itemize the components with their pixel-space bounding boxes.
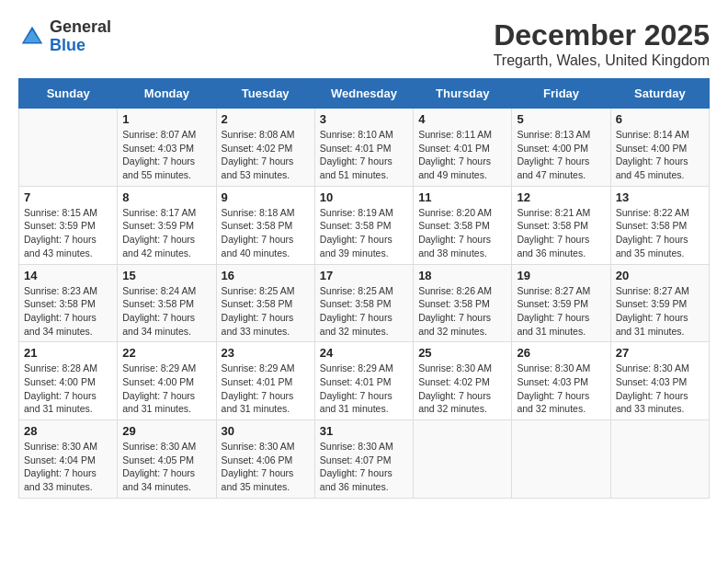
- day-number: 24: [320, 346, 408, 360]
- day-number: 28: [24, 424, 112, 438]
- day-number: 9: [222, 190, 310, 204]
- day-number: 26: [517, 346, 605, 360]
- day-info: Sunrise: 8:29 AM Sunset: 4:01 PM Dayligh…: [222, 362, 310, 416]
- calendar-cell: 21Sunrise: 8:28 AM Sunset: 4:00 PM Dayli…: [19, 342, 118, 420]
- day-info: Sunrise: 8:29 AM Sunset: 4:00 PM Dayligh…: [122, 362, 210, 416]
- day-info: Sunrise: 8:30 AM Sunset: 4:06 PM Dayligh…: [222, 440, 310, 494]
- day-info: Sunrise: 8:15 AM Sunset: 3:59 PM Dayligh…: [24, 206, 112, 260]
- day-info: Sunrise: 8:10 AM Sunset: 4:01 PM Dayligh…: [320, 128, 408, 182]
- day-info: Sunrise: 8:24 AM Sunset: 3:58 PM Dayligh…: [122, 284, 210, 339]
- day-info: Sunrise: 8:29 AM Sunset: 4:01 PM Dayligh…: [320, 362, 408, 416]
- calendar-cell: 9Sunrise: 8:18 AM Sunset: 3:58 PM Daylig…: [216, 186, 314, 264]
- day-number: 10: [320, 190, 408, 204]
- day-info: Sunrise: 8:25 AM Sunset: 3:58 PM Dayligh…: [222, 284, 310, 339]
- day-info: Sunrise: 8:17 AM Sunset: 3:59 PM Dayligh…: [122, 206, 210, 260]
- calendar-cell: 7Sunrise: 8:15 AM Sunset: 3:59 PM Daylig…: [19, 186, 118, 264]
- day-info: Sunrise: 8:08 AM Sunset: 4:02 PM Dayligh…: [222, 128, 310, 182]
- day-number: 25: [418, 346, 506, 360]
- day-info: Sunrise: 8:28 AM Sunset: 4:00 PM Dayligh…: [24, 362, 112, 416]
- calendar-cell: 17Sunrise: 8:25 AM Sunset: 3:58 PM Dayli…: [314, 264, 413, 342]
- day-number: 19: [517, 269, 605, 282]
- day-number: 6: [616, 112, 704, 126]
- day-info: Sunrise: 8:11 AM Sunset: 4:01 PM Dayligh…: [418, 128, 506, 182]
- calendar-cell: [610, 420, 709, 499]
- calendar-cell: 13Sunrise: 8:22 AM Sunset: 3:58 PM Dayli…: [610, 186, 709, 264]
- day-number: 18: [418, 269, 506, 282]
- calendar-cell: 11Sunrise: 8:20 AM Sunset: 3:58 PM Dayli…: [414, 186, 512, 264]
- day-info: Sunrise: 8:22 AM Sunset: 3:58 PM Dayligh…: [616, 206, 704, 260]
- calendar-cell: 30Sunrise: 8:30 AM Sunset: 4:06 PM Dayli…: [216, 420, 314, 499]
- logo-general-text: General: [50, 18, 111, 37]
- day-number: 7: [24, 190, 112, 204]
- day-info: Sunrise: 8:18 AM Sunset: 3:58 PM Dayligh…: [222, 206, 310, 260]
- day-info: Sunrise: 8:30 AM Sunset: 4:05 PM Dayligh…: [122, 440, 210, 494]
- calendar-cell: 26Sunrise: 8:30 AM Sunset: 4:03 PM Dayli…: [512, 342, 610, 420]
- day-number: 17: [320, 269, 408, 282]
- day-number: 21: [24, 346, 112, 360]
- calendar-cell: 28Sunrise: 8:30 AM Sunset: 4:04 PM Dayli…: [19, 420, 118, 499]
- day-info: Sunrise: 8:30 AM Sunset: 4:07 PM Dayligh…: [320, 440, 408, 494]
- day-info: Sunrise: 8:19 AM Sunset: 3:58 PM Dayligh…: [320, 206, 408, 260]
- calendar-cell: 20Sunrise: 8:27 AM Sunset: 3:59 PM Dayli…: [610, 264, 709, 342]
- day-number: 30: [222, 424, 310, 438]
- calendar-cell: 31Sunrise: 8:30 AM Sunset: 4:07 PM Dayli…: [314, 420, 413, 499]
- day-number: 27: [616, 346, 704, 360]
- page-subtitle: Tregarth, Wales, United Kingdom: [494, 52, 710, 69]
- calendar-cell: [414, 420, 512, 499]
- header-monday: Monday: [118, 79, 216, 109]
- logo-icon: [18, 23, 46, 51]
- day-info: Sunrise: 8:23 AM Sunset: 3:58 PM Dayligh…: [24, 284, 112, 339]
- day-number: 2: [222, 112, 310, 126]
- logo-blue-text: Blue: [50, 37, 111, 55]
- calendar-cell: 15Sunrise: 8:24 AM Sunset: 3:58 PM Dayli…: [118, 264, 216, 342]
- calendar-cell: [19, 109, 118, 187]
- calendar-cell: [512, 420, 610, 499]
- day-number: 13: [616, 190, 704, 204]
- day-info: Sunrise: 8:26 AM Sunset: 3:58 PM Dayligh…: [418, 284, 506, 339]
- calendar-cell: 24Sunrise: 8:29 AM Sunset: 4:01 PM Dayli…: [314, 342, 413, 420]
- calendar-week-row: 1Sunrise: 8:07 AM Sunset: 4:03 PM Daylig…: [19, 109, 710, 187]
- calendar-cell: 27Sunrise: 8:30 AM Sunset: 4:03 PM Dayli…: [610, 342, 709, 420]
- calendar-cell: 6Sunrise: 8:14 AM Sunset: 4:00 PM Daylig…: [610, 109, 709, 187]
- calendar-cell: 19Sunrise: 8:27 AM Sunset: 3:59 PM Dayli…: [512, 264, 610, 342]
- day-number: 11: [418, 190, 506, 204]
- header-thursday: Thursday: [414, 79, 512, 109]
- day-number: 15: [122, 269, 210, 282]
- day-number: 31: [320, 424, 408, 438]
- calendar-cell: 12Sunrise: 8:21 AM Sunset: 3:58 PM Dayli…: [512, 186, 610, 264]
- day-info: Sunrise: 8:27 AM Sunset: 3:59 PM Dayligh…: [616, 284, 704, 339]
- calendar-cell: 29Sunrise: 8:30 AM Sunset: 4:05 PM Dayli…: [118, 420, 216, 499]
- day-number: 3: [320, 112, 408, 126]
- calendar-table: SundayMondayTuesdayWednesdayThursdayFrid…: [18, 78, 710, 499]
- day-info: Sunrise: 8:30 AM Sunset: 4:03 PM Dayligh…: [517, 362, 605, 416]
- day-number: 8: [122, 190, 210, 204]
- logo: General Blue: [18, 18, 111, 55]
- day-number: 22: [122, 346, 210, 360]
- calendar-week-row: 28Sunrise: 8:30 AM Sunset: 4:04 PM Dayli…: [19, 420, 710, 499]
- header-wednesday: Wednesday: [314, 79, 413, 109]
- calendar-week-row: 14Sunrise: 8:23 AM Sunset: 3:58 PM Dayli…: [19, 264, 710, 342]
- header-saturday: Saturday: [610, 79, 709, 109]
- day-number: 14: [24, 269, 112, 282]
- day-info: Sunrise: 8:27 AM Sunset: 3:59 PM Dayligh…: [517, 284, 605, 339]
- calendar-cell: 18Sunrise: 8:26 AM Sunset: 3:58 PM Dayli…: [414, 264, 512, 342]
- day-number: 12: [517, 190, 605, 204]
- calendar-cell: 10Sunrise: 8:19 AM Sunset: 3:58 PM Dayli…: [314, 186, 413, 264]
- day-number: 23: [222, 346, 310, 360]
- page-title: December 2025: [494, 18, 710, 52]
- day-info: Sunrise: 8:14 AM Sunset: 4:00 PM Dayligh…: [616, 128, 704, 182]
- title-block: December 2025 Tregarth, Wales, United Ki…: [494, 18, 710, 69]
- calendar-cell: 23Sunrise: 8:29 AM Sunset: 4:01 PM Dayli…: [216, 342, 314, 420]
- day-number: 1: [122, 112, 210, 126]
- calendar-cell: 8Sunrise: 8:17 AM Sunset: 3:59 PM Daylig…: [118, 186, 216, 264]
- day-info: Sunrise: 8:13 AM Sunset: 4:00 PM Dayligh…: [517, 128, 605, 182]
- calendar-week-row: 21Sunrise: 8:28 AM Sunset: 4:00 PM Dayli…: [19, 342, 710, 420]
- day-info: Sunrise: 8:21 AM Sunset: 3:58 PM Dayligh…: [517, 206, 605, 260]
- page-header: General Blue December 2025 Tregarth, Wal…: [18, 18, 710, 69]
- calendar-header-row: SundayMondayTuesdayWednesdayThursdayFrid…: [19, 79, 710, 109]
- day-info: Sunrise: 8:30 AM Sunset: 4:03 PM Dayligh…: [616, 362, 704, 416]
- calendar-cell: 4Sunrise: 8:11 AM Sunset: 4:01 PM Daylig…: [414, 109, 512, 187]
- calendar-cell: 14Sunrise: 8:23 AM Sunset: 3:58 PM Dayli…: [19, 264, 118, 342]
- calendar-cell: 5Sunrise: 8:13 AM Sunset: 4:00 PM Daylig…: [512, 109, 610, 187]
- calendar-cell: 1Sunrise: 8:07 AM Sunset: 4:03 PM Daylig…: [118, 109, 216, 187]
